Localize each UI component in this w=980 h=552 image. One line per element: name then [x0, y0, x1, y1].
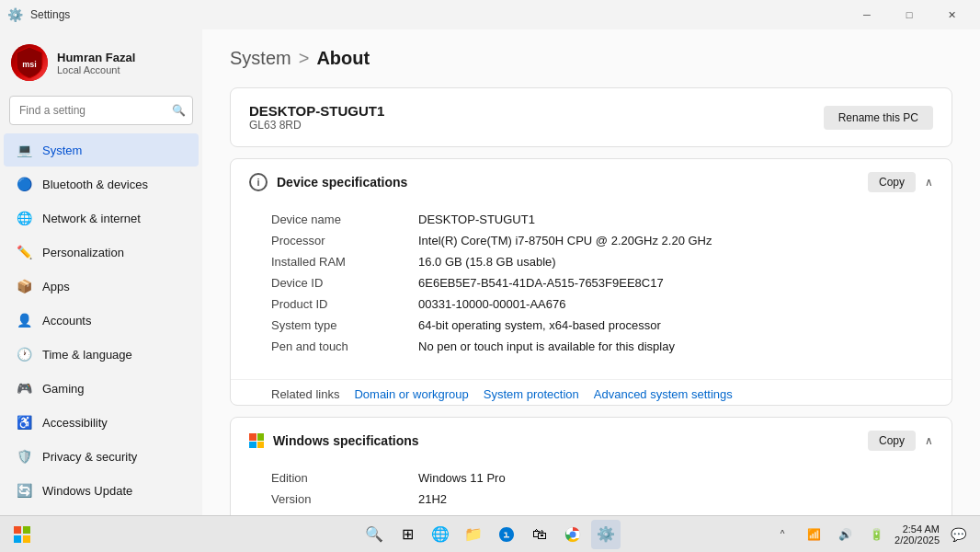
personalization-icon: ✏️ — [15, 243, 33, 261]
network-icon[interactable]: 📶 — [799, 520, 828, 549]
sidebar-item-label-accounts: Accounts — [42, 314, 91, 328]
taskbar-search-icon[interactable]: 🔍 — [359, 520, 389, 549]
sidebar-item-apps[interactable]: 📦 Apps — [4, 270, 199, 303]
table-row: Processor Intel(R) Core(TM) i7-8750H CPU… — [271, 230, 933, 251]
domain-workgroup-link[interactable]: Domain or workgroup — [354, 387, 468, 401]
sidebar-item-bluetooth[interactable]: 🔵 Bluetooth & devices — [4, 167, 199, 201]
taskbar-time[interactable]: 2:54 AM 2/20/2025 — [895, 523, 940, 546]
close-button[interactable]: ✕ — [930, 0, 973, 29]
windows-specs-header[interactable]: Windows specifications Copy ∧ — [231, 418, 952, 464]
avatar: msi — [11, 44, 48, 81]
user-info: msi Humran Fazal Local Account — [0, 37, 202, 92]
spec-label: Pen and touch — [271, 339, 400, 353]
windows-specs-header-left: Windows specifications — [249, 433, 419, 448]
systray-chevron-icon[interactable]: ^ — [768, 520, 797, 549]
user-text: Humran Fazal Local Account — [57, 51, 135, 75]
spec-value: 21H2 — [418, 492, 447, 506]
windows-specs-copy-button[interactable]: Copy — [868, 431, 916, 451]
taskbar-settings-icon[interactable]: ⚙️ — [591, 520, 621, 549]
spec-value: DESKTOP-STUGUT1 — [418, 213, 535, 226]
taskbar-edge-icon[interactable] — [492, 520, 521, 549]
device-specs-copy-button[interactable]: Copy — [868, 172, 916, 192]
notification-icon[interactable]: 💬 — [943, 520, 973, 549]
search-box: 🔍 — [9, 96, 193, 125]
current-date: 2/20/2025 — [895, 535, 940, 546]
taskbar-left — [7, 520, 37, 549]
maximize-button[interactable]: □ — [888, 0, 930, 29]
sidebar-item-label-time: Time & language — [42, 348, 132, 362]
sidebar-item-accessibility[interactable]: ♿ Accessibility — [4, 406, 199, 439]
spec-label: Edition — [271, 471, 400, 485]
system-icon: 💻 — [15, 141, 33, 159]
network-icon: 🌐 — [15, 209, 33, 227]
system-protection-link[interactable]: System protection — [484, 387, 579, 401]
spec-value: 6E6EB5E7-B541-41DA-A515-7653F9EE8C17 — [418, 276, 664, 290]
breadcrumb-separator: > — [299, 48, 310, 69]
bluetooth-icon: 🔵 — [15, 175, 33, 193]
titlebar-title: Settings — [30, 8, 70, 21]
advanced-system-settings-link[interactable]: Advanced system settings — [594, 387, 733, 401]
spec-value: 00331-10000-00001-AA676 — [418, 297, 565, 311]
taskbar-browser-icon[interactable]: 🌐 — [426, 520, 455, 549]
device-specs-body: Device name DESKTOP-STUGUT1 Processor In… — [231, 205, 952, 372]
current-time: 2:54 AM — [895, 523, 940, 535]
table-row: Pen and touch No pen or touch input is a… — [271, 336, 933, 357]
windows-specs-title: Windows specifications — [273, 433, 419, 448]
titlebar: ⚙️ Settings ─ □ ✕ — [0, 0, 980, 29]
spec-value: No pen or touch input is available for t… — [418, 339, 675, 353]
rename-pc-button[interactable]: Rename this PC — [824, 106, 933, 130]
sidebar-item-label-bluetooth: Bluetooth & devices — [42, 178, 148, 191]
nav-items: 💻 System 🔵 Bluetooth & devices 🌐 Network… — [0, 132, 202, 515]
apps-icon: 📦 — [15, 277, 33, 295]
sidebar-item-label-privacy: Privacy & security — [42, 450, 137, 464]
sidebar: msi Humran Fazal Local Account 🔍 💻 Syste… — [0, 29, 202, 515]
table-row: Edition Windows 11 Pro — [271, 467, 933, 489]
sidebar-item-network[interactable]: 🌐 Network & internet — [4, 201, 199, 235]
sidebar-item-time[interactable]: 🕐 Time & language — [4, 338, 199, 371]
taskbar-files-icon[interactable]: 📁 — [459, 520, 488, 549]
privacy-icon: 🛡️ — [15, 447, 33, 466]
sidebar-item-windows_update[interactable]: 🔄 Windows Update — [4, 474, 199, 507]
device-specs-header-left: i Device specifications — [249, 173, 407, 191]
search-input[interactable] — [9, 96, 193, 125]
sidebar-item-label-personalization: Personalization — [42, 246, 124, 259]
battery-icon[interactable]: 🔋 — [861, 520, 891, 549]
accounts-icon: 👤 — [15, 311, 33, 329]
start-button[interactable] — [7, 520, 37, 549]
sidebar-item-privacy[interactable]: 🛡️ Privacy & security — [4, 440, 199, 473]
spec-label: Version — [271, 492, 400, 506]
spec-label: Device ID — [271, 276, 400, 290]
taskbar-widgets-icon[interactable]: ⊞ — [393, 520, 422, 549]
spec-value: Windows 11 Pro — [418, 471, 506, 485]
pc-name-card: DESKTOP-STUGUT1 GL63 8RD Rename this PC — [230, 87, 952, 147]
user-account-type: Local Account — [57, 64, 135, 75]
windows-specs-body: Edition Windows 11 Pro Version 21H2 Inst… — [231, 464, 952, 515]
breadcrumb-current: About — [316, 48, 370, 69]
table-row: Device ID 6E6EB5E7-B541-41DA-A515-7653F9… — [271, 272, 933, 293]
sidebar-item-label-gaming: Gaming — [42, 382, 85, 396]
taskbar-center: 🔍 ⊞ 🌐 📁 🛍 ⚙️ — [359, 520, 621, 549]
sidebar-item-label-windows_update: Windows Update — [42, 484, 132, 498]
sidebar-item-label-system: System — [42, 144, 82, 157]
device-specs-title: Device specifications — [277, 175, 407, 190]
taskbar-right: ^ 📶 🔊 🔋 2:54 AM 2/20/2025 💬 — [768, 520, 973, 549]
windows-specs-header-right: Copy ∧ — [868, 431, 933, 451]
minimize-button[interactable]: ─ — [846, 0, 888, 29]
breadcrumb-system[interactable]: System — [230, 48, 291, 69]
device-specs-header[interactable]: i Device specifications Copy ∧ — [231, 159, 952, 205]
table-row: Device name DESKTOP-STUGUT1 — [271, 209, 933, 230]
taskbar-store-icon[interactable]: 🛍 — [525, 520, 554, 549]
sidebar-item-accounts[interactable]: 👤 Accounts — [4, 304, 199, 337]
sidebar-item-mixed_reality[interactable]: 🥽 Mixed reality — [4, 508, 199, 515]
app-container: msi Humran Fazal Local Account 🔍 💻 Syste… — [0, 29, 980, 515]
breadcrumb: System > About — [230, 48, 952, 69]
spec-label: System type — [271, 318, 400, 332]
device-specs-header-right: Copy ∧ — [868, 172, 933, 192]
windows_update-icon: 🔄 — [15, 481, 33, 500]
sidebar-item-gaming[interactable]: 🎮 Gaming — [4, 372, 199, 405]
volume-icon[interactable]: 🔊 — [830, 520, 860, 549]
sidebar-item-system[interactable]: 💻 System — [4, 133, 199, 167]
sidebar-item-personalization[interactable]: ✏️ Personalization — [4, 236, 199, 269]
search-icon: 🔍 — [172, 104, 186, 117]
taskbar-chrome-icon[interactable] — [558, 520, 587, 549]
